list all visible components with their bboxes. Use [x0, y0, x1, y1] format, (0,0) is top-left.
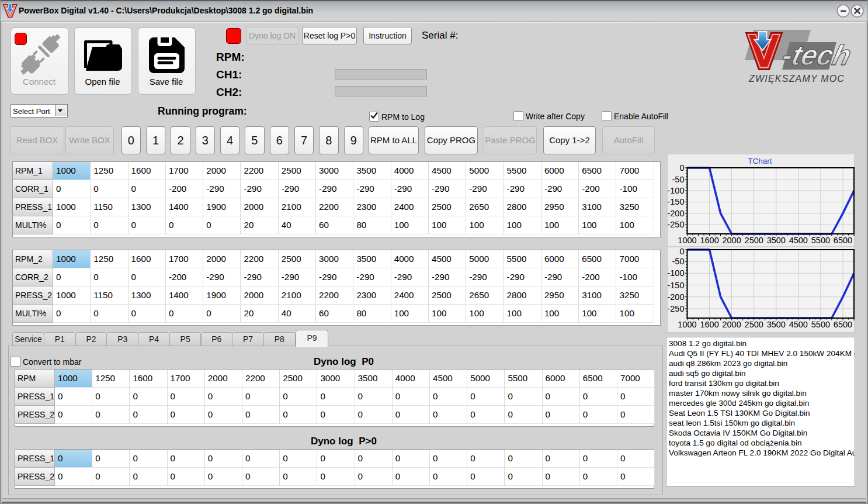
svg-text:-250: -250	[667, 220, 684, 229]
svg-text:-200: -200	[667, 292, 684, 302]
svg-text:1600: 1600	[700, 320, 718, 329]
svg-text:2500: 2500	[745, 236, 763, 245]
svg-text:ZWIĘKSZAMY MOC: ZWIĘKSZAMY MOC	[748, 74, 845, 84]
svg-text:-250: -250	[667, 304, 684, 313]
svg-text:1600: 1600	[700, 236, 718, 245]
svg-text:-50: -50	[672, 257, 685, 266]
svg-text:-100: -100	[667, 268, 684, 278]
svg-text:-50: -50	[672, 175, 685, 184]
svg-text:6500: 6500	[834, 320, 852, 329]
svg-text:3500: 3500	[767, 320, 786, 329]
svg-text:-150: -150	[667, 197, 684, 206]
svg-text:2500: 2500	[745, 320, 763, 329]
svg-text:-100: -100	[667, 186, 684, 195]
svg-text:2000: 2000	[722, 236, 741, 245]
svg-text:1000: 1000	[678, 236, 696, 245]
svg-text:-200: -200	[667, 209, 684, 218]
svg-text:6500: 6500	[834, 236, 852, 245]
svg-text:4500: 4500	[789, 236, 808, 245]
svg-text:5500: 5500	[811, 236, 830, 245]
svg-text:TChart: TChart	[748, 157, 772, 165]
svg-text:-150: -150	[667, 281, 684, 290]
svg-text:4500: 4500	[789, 320, 808, 329]
svg-text:-tech: -tech	[779, 39, 853, 71]
svg-text:0: 0	[679, 163, 684, 172]
svg-text:0: 0	[679, 247, 684, 256]
svg-text:2000: 2000	[722, 320, 741, 329]
svg-text:5500: 5500	[811, 320, 830, 329]
svg-text:1000: 1000	[678, 320, 696, 329]
svg-text:3500: 3500	[767, 236, 786, 245]
